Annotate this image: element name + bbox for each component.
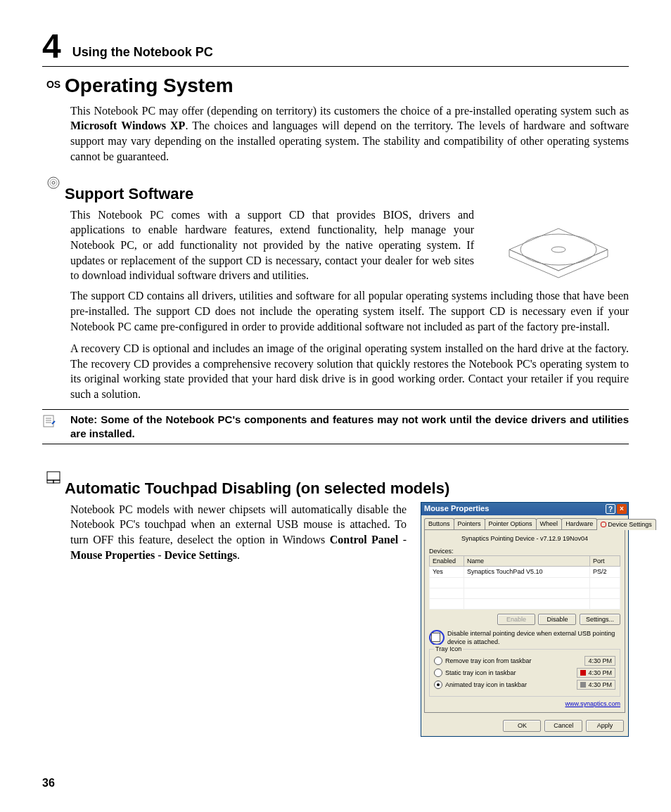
- radio-static-tray[interactable]: [434, 669, 442, 677]
- enable-button[interactable]: Enable: [497, 614, 535, 625]
- highlight-circle: [429, 630, 445, 645]
- col-name[interactable]: Name: [464, 556, 590, 567]
- tab-pointers[interactable]: Pointers: [454, 518, 485, 529]
- disc-icon: [42, 171, 65, 189]
- svg-rect-7: [44, 415, 53, 427]
- support-para3: A recovery CD is optional and includes a…: [70, 341, 629, 401]
- support-para2: The support CD contains all drivers, uti…: [70, 288, 629, 334]
- col-port[interactable]: Port: [590, 556, 620, 567]
- svg-marker-4: [509, 250, 608, 278]
- synaptics-tab-icon: [601, 522, 606, 527]
- settings-button[interactable]: Settings...: [580, 614, 620, 625]
- ok-button[interactable]: OK: [503, 720, 541, 731]
- help-button[interactable]: ?: [606, 504, 615, 514]
- radio-remove-tray[interactable]: [434, 657, 442, 665]
- os-margin-label: OS: [42, 72, 65, 91]
- svg-rect-10: [53, 480, 60, 483]
- tab-wheel[interactable]: Wheel: [536, 518, 563, 529]
- mouse-properties-window: Mouse Properties ? × Buttons Pointers Po…: [421, 502, 629, 737]
- disable-internal-checkbox[interactable]: [431, 633, 440, 642]
- close-button[interactable]: ×: [617, 504, 627, 514]
- disable-button[interactable]: Disable: [538, 614, 576, 625]
- heading-operating-system: Operating System: [65, 72, 629, 99]
- devices-table[interactable]: Enabled Name Port Yes Synaptics TouchPad…: [429, 555, 620, 609]
- tab-buttons[interactable]: Buttons: [424, 518, 454, 529]
- running-title: Using the Notebook PC: [72, 44, 213, 63]
- svg-rect-8: [47, 472, 60, 480]
- chapter-number: 4: [42, 30, 61, 63]
- window-title: Mouse Properties: [424, 503, 489, 514]
- time-sample-1: 4:30 PM: [584, 656, 615, 666]
- svg-marker-3: [509, 228, 608, 271]
- time-sample-3: 4:30 PM: [577, 680, 615, 690]
- tray-icon-group-label: Tray Icon: [434, 645, 463, 653]
- window-titlebar[interactable]: Mouse Properties ? ×: [421, 503, 628, 515]
- note-text: Note: Some of the Notebook PC's componen…: [70, 413, 629, 442]
- tab-hardware[interactable]: Hardware: [561, 518, 597, 529]
- disable-internal-label: Disable internal pointing device when ex…: [447, 629, 620, 646]
- static-tray-icon: [580, 670, 586, 676]
- page-number: 36: [42, 775, 55, 791]
- svg-point-6: [551, 247, 565, 252]
- heading-support-software: Support Software: [65, 183, 629, 205]
- radio-animated-tray-label: Animated tray icon in taskbar: [445, 681, 527, 689]
- touchpad-paragraph: Notebook PC models with newer chipsets w…: [70, 502, 407, 737]
- cd-tray-illustration: [488, 207, 629, 289]
- apply-button[interactable]: Apply: [586, 720, 624, 731]
- svg-point-2: [52, 181, 55, 184]
- radio-static-tray-label: Static tray icon in taskbar: [445, 669, 516, 677]
- time-sample-2: 4:30 PM: [577, 668, 615, 678]
- support-para1: This Notebook PC comes with a support CD…: [70, 207, 474, 289]
- heading-touchpad-disabling: Automatic Touchpad Disabling (on selecte…: [65, 478, 629, 499]
- col-enabled[interactable]: Enabled: [430, 556, 464, 567]
- svg-point-5: [520, 234, 596, 265]
- tab-strip: Buttons Pointers Pointer Options Wheel H…: [421, 515, 628, 529]
- note-box: Note: Some of the Notebook PC's componen…: [42, 409, 629, 445]
- svg-rect-9: [47, 480, 53, 483]
- device-row[interactable]: Yes Synaptics TouchPad V5.10 PS/2: [430, 567, 620, 577]
- animated-tray-icon: [580, 682, 586, 688]
- touchpad-icon: [42, 465, 65, 484]
- synaptics-link[interactable]: www.synaptics.com: [429, 700, 620, 708]
- svg-point-0: [48, 177, 59, 188]
- tab-device-settings[interactable]: Device Settings: [596, 519, 656, 530]
- radio-remove-tray-label: Remove tray icon from taskbar: [445, 657, 532, 665]
- cancel-button[interactable]: Cancel: [544, 720, 582, 731]
- page-header: 4 Using the Notebook PC: [42, 30, 629, 67]
- radio-animated-tray[interactable]: [434, 681, 442, 689]
- tab-pointer-options[interactable]: Pointer Options: [485, 518, 537, 529]
- devices-label: Devices:: [429, 547, 620, 555]
- svg-point-1: [50, 179, 57, 186]
- driver-version-label: Synaptics Pointing Device - v7.12.9 19No…: [429, 534, 620, 543]
- os-paragraph: This Notebook PC may offer (depending on…: [70, 103, 629, 164]
- note-icon: [42, 413, 65, 442]
